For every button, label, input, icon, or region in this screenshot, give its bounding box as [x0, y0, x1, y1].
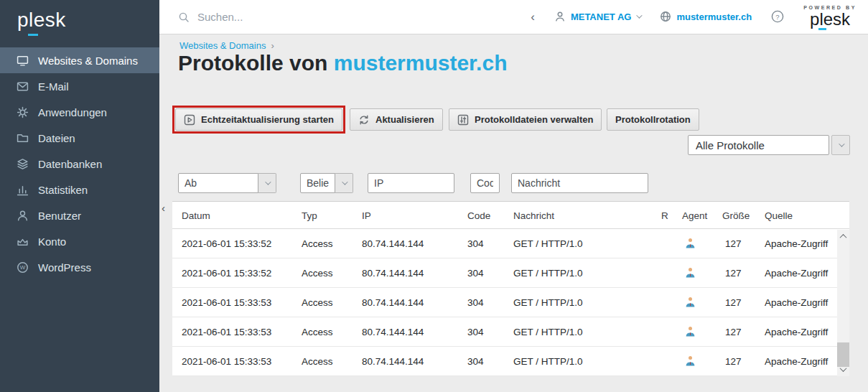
log-type-select-value: Alle Protokolle: [688, 135, 829, 155]
cell-code: 304: [467, 356, 484, 367]
table-row[interactable]: 2021-06-01 15:33:52 Access 80.74.144.144…: [172, 258, 849, 288]
filter-date-from-input[interactable]: [178, 173, 258, 193]
account-menu[interactable]: METANET AG: [554, 11, 641, 22]
table-row[interactable]: 2021-06-01 15:33:53 Access 80.74.144.144…: [172, 288, 849, 317]
cell-ip: 80.74.144.144: [362, 327, 424, 337]
sidebar-item-label: E-Mail: [38, 80, 69, 93]
cell-code: 304: [467, 297, 484, 308]
column-header-typ[interactable]: Typ: [302, 210, 317, 221]
sidebar-nav: Websites & Domains E-Mail Anwendungen Da…: [0, 47, 159, 280]
sidebar-item-label: Dateien: [38, 132, 75, 144]
filter-ip-input[interactable]: [368, 173, 454, 193]
cell-code: 304: [467, 238, 484, 249]
cell-datum: 2021-06-01 15:33:52: [182, 268, 271, 279]
scroll-down-icon[interactable]: [837, 364, 849, 375]
gear-icon: [17, 106, 29, 118]
column-header-ip[interactable]: IP: [362, 210, 371, 221]
cell-ip: 80.74.144.144: [362, 297, 424, 308]
cell-quelle: Apache-Zugriff: [765, 356, 828, 367]
cell-ip: 80.74.144.144: [362, 238, 424, 249]
cell-code: 304: [467, 327, 484, 337]
search-input[interactable]: [197, 11, 370, 23]
cell-ip: 80.74.144.144: [362, 356, 424, 367]
wordpress-icon: W: [17, 261, 29, 274]
play-icon: [184, 114, 195, 126]
global-search[interactable]: [178, 11, 370, 23]
column-header-groesse[interactable]: Größe: [722, 210, 750, 221]
cell-groesse: 127: [725, 297, 742, 308]
folder-icon: [17, 132, 29, 144]
cell-typ: Access: [302, 356, 333, 367]
sidebar-item-wordpress[interactable]: W WordPress: [0, 254, 159, 280]
page-title-domain: mustermuster.ch: [334, 51, 508, 75]
sidebar-item-label: Websites & Domains: [38, 55, 138, 67]
sidebar-item-konto[interactable]: Konto: [0, 228, 159, 254]
cell-nachricht: GET / HTTP/1.0: [513, 238, 583, 249]
sidebar-item-websites-domains[interactable]: Websites & Domains: [0, 47, 159, 73]
filter-type-input[interactable]: [300, 173, 335, 193]
column-header-datum[interactable]: Datum: [182, 210, 210, 221]
sidebar-item-benutzer[interactable]: Benutzer: [0, 202, 159, 228]
filter-type-dropdown-button[interactable]: [335, 173, 353, 193]
user-icon: [17, 210, 29, 222]
sidebar-collapse-icon[interactable]: ‹: [162, 202, 165, 214]
plesk-logo-underline: [818, 28, 826, 30]
cell-typ: Access: [302, 297, 333, 308]
person-agent-icon: [686, 238, 695, 248]
cell-quelle: Apache-Zugriff: [765, 238, 828, 249]
table-row[interactable]: 2021-06-01 15:33:53 Access 80.74.144.144…: [172, 317, 849, 347]
cell-datum: 2021-06-01 15:33:53: [182, 327, 271, 337]
cell-typ: Access: [302, 268, 333, 279]
chevron-down-icon: [265, 179, 271, 185]
scroll-up-icon[interactable]: [837, 231, 849, 242]
search-icon: [178, 11, 190, 23]
sidebar-item-statistiken[interactable]: Statistiken: [0, 177, 159, 202]
column-header-nachricht[interactable]: Nachricht: [513, 210, 554, 221]
sidebar-item-label: Anwendungen: [38, 106, 107, 118]
chevron-left-icon[interactable]: ‹: [531, 11, 535, 23]
table-row[interactable]: 2021-06-01 15:33:52 Access 80.74.144.144…: [172, 229, 849, 258]
column-header-code[interactable]: Code: [467, 210, 490, 221]
column-header-agent[interactable]: Agent: [682, 210, 707, 221]
table-scrollbar[interactable]: [837, 230, 849, 376]
topbar: ‹ METANET AG mustermuster.ch ? POWERED B…: [159, 0, 868, 34]
table-header-row: Datum Typ IP Code Nachricht R Agent Größ…: [172, 202, 849, 229]
start-realtime-refresh-button[interactable]: Echtzeitaktualisierung starten: [175, 108, 342, 131]
cell-nachricht: GET / HTTP/1.0: [513, 327, 583, 337]
domain-link[interactable]: mustermuster.ch: [660, 11, 752, 22]
chevron-down-icon: [839, 141, 844, 146]
column-header-quelle[interactable]: Quelle: [765, 210, 793, 221]
chevron-down-icon: [342, 179, 347, 185]
column-header-r[interactable]: R: [661, 210, 668, 221]
svg-text:W: W: [20, 264, 26, 271]
main-content: ‹ Websites & Domains› Protokolle von mus…: [159, 34, 868, 392]
manage-files-icon: [457, 114, 469, 126]
breadcrumb-link-websites-domains[interactable]: Websites & Domains: [179, 40, 266, 51]
table-row[interactable]: 2021-06-01 15:33:53 Access 80.74.144.144…: [172, 347, 849, 376]
log-rotation-button[interactable]: Protokollrotation: [607, 108, 699, 131]
cell-nachricht: GET / HTTP/1.0: [513, 297, 583, 308]
sidebar-item-email[interactable]: E-Mail: [0, 73, 159, 99]
cell-quelle: Apache-Zugriff: [765, 297, 828, 308]
filter-code-input[interactable]: [470, 173, 500, 193]
scrollbar-thumb[interactable]: [837, 342, 849, 367]
sidebar-item-datenbanken[interactable]: Datenbanken: [0, 151, 159, 177]
cell-nachricht: GET / HTTP/1.0: [513, 268, 583, 279]
sidebar-item-label: Datenbanken: [38, 158, 102, 170]
filter-message-input[interactable]: [511, 173, 648, 193]
log-type-select-button[interactable]: [831, 135, 850, 155]
log-type-select[interactable]: Alle Protokolle: [688, 135, 850, 155]
refresh-button[interactable]: Aktualisieren: [350, 108, 443, 131]
cell-ip: 80.74.144.144: [362, 268, 424, 279]
plesk-logo[interactable]: plesk: [0, 0, 159, 46]
manage-log-files-button[interactable]: Protokolldateien verwalten: [449, 108, 602, 131]
page-title-prefix: Protokolle von: [178, 51, 334, 75]
cell-groesse: 127: [725, 238, 742, 249]
sidebar-item-anwendungen[interactable]: Anwendungen: [0, 99, 159, 125]
sidebar-item-dateien[interactable]: Dateien: [0, 125, 159, 151]
help-icon[interactable]: ?: [771, 10, 784, 23]
domain-link-label: mustermuster.ch: [676, 11, 752, 22]
filter-date-from-dropdown-button[interactable]: [258, 173, 276, 193]
person-agent-icon: [686, 326, 695, 337]
powered-by-plesk-logo: POWERED BY plesk: [803, 5, 857, 29]
